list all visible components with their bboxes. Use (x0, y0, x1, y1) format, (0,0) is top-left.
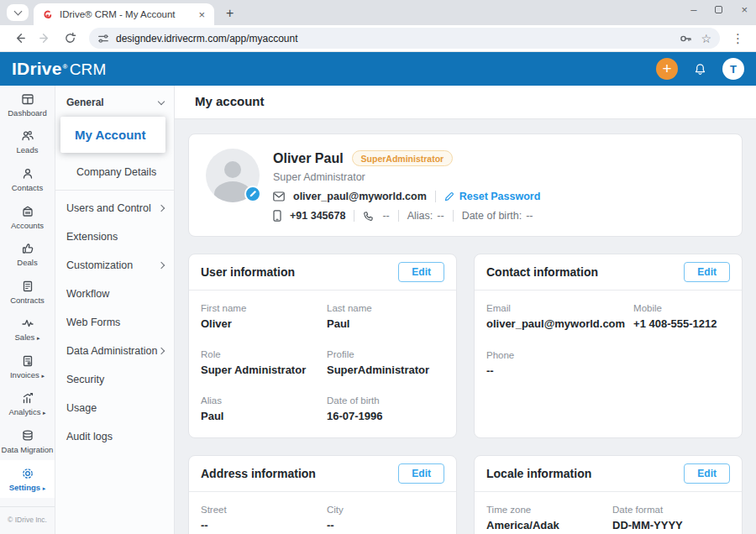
profile-dob-value: -- (526, 210, 533, 222)
field-mobile: Mobile +1 408-555-1212 (633, 303, 730, 330)
card-title: Contact information (486, 265, 598, 279)
chevron-down-icon (13, 8, 22, 16)
field-first-name: First name Oliver (201, 303, 318, 330)
contracts-icon (20, 279, 35, 294)
contacts-icon (20, 166, 35, 181)
chevron-right-icon (158, 262, 165, 269)
analytics-icon (20, 390, 35, 406)
phone-icon (363, 211, 374, 222)
reset-password-link[interactable]: Reset Password (444, 191, 541, 202)
profile-summary-card: Oliver Paul SuperAdministrator Super Adm… (188, 134, 743, 237)
sidebar-item-settings[interactable]: Settings ▸ (0, 460, 55, 498)
sidebar-item-deals[interactable]: Deals (0, 235, 55, 273)
field-phone: Phone -- (486, 350, 625, 377)
edit-contact-information-button[interactable]: Edit (684, 262, 730, 282)
sidebar-item-invoices[interactable]: Invoices ▸ (0, 348, 55, 385)
field-date-of-birth: Date of birth 16-07-1996 (327, 395, 444, 422)
field-role: Role Super Administrator (201, 349, 318, 376)
subnav-item-audit-logs[interactable]: Audit logs (55, 422, 174, 451)
logo-main: IDrive (12, 59, 62, 79)
app-header: IDrive®CRM + T (0, 52, 756, 86)
browser-window: IDrive® CRM - My Account × + – × designd… (0, 0, 756, 534)
card-title: Address information (201, 467, 316, 480)
subnav-item-data-administration[interactable]: Data Administration (55, 337, 174, 365)
profile-email: oliver_paul@myworld.com (293, 191, 427, 202)
sidebar-item-contacts[interactable]: Contacts (0, 160, 55, 198)
avatar-edit-button[interactable] (244, 186, 261, 202)
reload-button[interactable] (59, 28, 81, 50)
logo-registered-mark: ® (63, 63, 68, 71)
url-bar[interactable]: designdev.idrivecrm.com/app/myaccount ☆ (89, 28, 720, 49)
chevron-down-icon (158, 97, 165, 104)
quick-add-button[interactable]: + (656, 58, 678, 80)
sidebar-item-contracts[interactable]: Contracts (0, 273, 55, 311)
forward-button[interactable] (34, 28, 55, 50)
user-information-card: User information Edit First name Oliver … (188, 254, 457, 438)
subnav-item-workflow[interactable]: Workflow (55, 280, 174, 308)
divider (453, 210, 454, 222)
primary-sidebar: Dashboard Leads Contacts Accounts Deals … (0, 86, 55, 534)
idrive-favicon-icon (42, 9, 53, 20)
sidebar-item-analytics[interactable]: Analytics ▸ (0, 385, 55, 423)
mobile-icon (273, 210, 281, 222)
subnav-item-customization[interactable]: Customization (55, 251, 174, 280)
profile-role-text: Super Administrator (273, 171, 540, 183)
chevron-right-icon (158, 348, 165, 354)
user-avatar-button[interactable]: T (722, 58, 744, 80)
sidebar-item-accounts[interactable]: Accounts (0, 198, 55, 236)
bookmark-star-icon[interactable]: ☆ (701, 32, 711, 45)
chevron-right-icon (158, 205, 165, 212)
tab-title: IDrive® CRM - My Account (60, 9, 189, 19)
role-badge: SuperAdministrator (352, 150, 454, 166)
edit-locale-information-button[interactable]: Edit (684, 463, 730, 484)
subnav-group-general[interactable]: General (55, 86, 174, 115)
profile-dob-label: Date of birth: (462, 210, 522, 222)
sidebar-item-sales[interactable]: Sales ▸ (0, 311, 55, 348)
field-profile: Profile SuperAdministrator (327, 349, 444, 376)
subnav-item-security[interactable]: Security (55, 365, 174, 394)
tab-close-icon[interactable]: × (196, 8, 207, 21)
subnav-item-my-account[interactable]: My Account (60, 117, 165, 153)
browser-tab[interactable]: IDrive® CRM - My Account × (34, 3, 214, 25)
page-header: My account (175, 86, 756, 119)
notifications-bell-icon[interactable] (693, 62, 707, 76)
window-maximize-button[interactable] (715, 6, 722, 13)
email-icon (273, 191, 285, 202)
tune-icon[interactable] (97, 33, 109, 44)
address-information-card: Address information Edit Street -- City … (188, 455, 457, 534)
field-email: Email oliver_paul@myworld.com (486, 303, 625, 330)
new-tab-button[interactable]: + (221, 6, 239, 21)
leads-icon (20, 128, 35, 144)
edit-address-information-button[interactable]: Edit (398, 463, 444, 484)
sidebar-item-dashboard[interactable]: Dashboard (0, 86, 55, 123)
contact-information-card: Contact information Edit Email oliver_pa… (474, 254, 743, 438)
card-title: Locale information (486, 467, 591, 480)
subnav-item-company-details[interactable]: Company Details (55, 158, 174, 188)
url-text[interactable]: designdev.idrivecrm.com/app/myaccount (116, 33, 679, 44)
browser-tabstrip: IDrive® CRM - My Account × + – × (0, 0, 756, 25)
profile-mobile: +91 345678 (290, 210, 345, 222)
submenu-arrow-icon: ▸ (43, 410, 46, 416)
back-button[interactable] (8, 28, 30, 50)
main-content: My account Oliver Paul (175, 86, 756, 534)
invoices-icon (20, 353, 35, 369)
gear-icon (20, 466, 35, 481)
subnav-item-web-forms[interactable]: Web Forms (55, 308, 174, 337)
edit-user-information-button[interactable]: Edit (398, 262, 444, 282)
locale-information-card: Locale information Edit Time zone Americ… (474, 455, 743, 534)
field-last-name: Last name Paul (327, 303, 444, 330)
subnav-item-users-and-control[interactable]: Users and Control (55, 194, 174, 222)
window-close-button[interactable]: × (741, 3, 748, 16)
data-migration-icon (20, 428, 35, 443)
password-key-icon[interactable] (679, 32, 692, 45)
subnav-item-extensions[interactable]: Extensions (55, 222, 174, 251)
window-minimize-button[interactable]: – (690, 3, 696, 16)
card-title: User information (201, 265, 295, 279)
sidebar-item-leads[interactable]: Leads (0, 123, 55, 161)
sidebar-item-data-migration[interactable]: Data Migration (0, 422, 55, 460)
divider (435, 191, 436, 202)
subnav-item-usage[interactable]: Usage (55, 394, 174, 422)
tab-search-button[interactable] (7, 4, 29, 21)
browser-menu-icon[interactable]: ⋮ (728, 31, 748, 46)
field-date-format: Date format DD-MM-YYYY (612, 505, 730, 531)
